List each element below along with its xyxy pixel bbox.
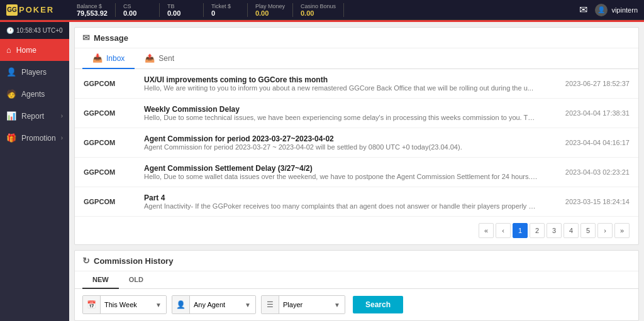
message-title: Message: [94, 33, 128, 43]
agent-filter-icon: 👤: [172, 296, 190, 313]
tab-sent[interactable]: 📤 Sent: [135, 48, 184, 69]
sidebar-label-agents: Agents: [21, 90, 45, 99]
message-list: GGPCOM UX/UI improvements coming to GGCo…: [75, 69, 638, 217]
msg-content: Agent Commission for period 2023-03-27~2…: [144, 134, 538, 151]
agent-arrow-icon: ▼: [240, 296, 255, 313]
msg-subject: Agent Commission Settlement Delay (3/27~…: [144, 164, 538, 173]
sidebar-label-report: Report: [21, 112, 44, 121]
page-next-next[interactable]: »: [614, 223, 630, 238]
sidebar-item-report[interactable]: 📊 Report ›: [0, 105, 69, 127]
message-tabs: 📥 Inbox 📤 Sent: [75, 48, 638, 69]
promotion-icon: 🎁: [6, 133, 16, 143]
report-arrow-icon: ›: [61, 112, 63, 119]
players-icon: 👤: [6, 67, 16, 77]
report-icon: 📊: [6, 111, 16, 121]
commission-title: Commission History: [94, 256, 173, 266]
page-3[interactable]: 3: [547, 223, 562, 238]
calendar-icon: 📅: [83, 296, 101, 313]
msg-subject: Weekly Commission Delay: [144, 105, 538, 114]
message-header: ✉ Message: [75, 28, 638, 48]
message-row[interactable]: GGPCOM Agent Commission Settlement Delay…: [75, 158, 638, 187]
inbox-icon: 📥: [92, 53, 103, 63]
msg-preview: Agent Commission for period 2023-03-27 ~…: [144, 143, 538, 151]
sidebar-label-promotion: Promotion: [21, 134, 56, 143]
msg-date: 2023-03-15 18:24:14: [548, 198, 630, 205]
msg-date: 2023-06-27 18:52:37: [548, 80, 630, 87]
msg-sender: GGPCOM: [84, 80, 134, 87]
commission-section: ↻ Commission History NEW OLD 📅 This Week…: [74, 250, 639, 321]
stat-ticket: Ticket $ 0: [204, 3, 248, 17]
commission-header: ↻ Commission History: [75, 251, 638, 271]
msg-subject: Agent Commission for period 2023-03-27~2…: [144, 134, 538, 143]
message-row[interactable]: GGPCOM UX/UI improvements coming to GGCo…: [75, 69, 638, 99]
agent-filter-group: 👤 Any Agent ▼: [172, 295, 256, 314]
msg-sender: GGPCOM: [84, 198, 134, 205]
message-section: ✉ Message 📥 Inbox 📤 Sent GGPCOM UX/UI im…: [74, 27, 639, 245]
content-area: ✉ Message 📥 Inbox 📤 Sent GGPCOM UX/UI im…: [69, 22, 644, 321]
refresh-icon: ↻: [82, 256, 90, 266]
promotion-arrow-icon: ›: [61, 134, 63, 141]
username: vipintern: [611, 6, 638, 14]
mail-icon[interactable]: ✉: [579, 4, 587, 16]
sidebar-item-promotion[interactable]: 🎁 Promotion ›: [0, 127, 69, 149]
page-5[interactable]: 5: [580, 223, 596, 238]
date-range-select[interactable]: This Week Last Week This Month Last Mont…: [101, 296, 151, 313]
stat-balance: Balance $ 79,553.92: [69, 3, 116, 17]
msg-date: 2023-04-04 17:38:31: [548, 109, 630, 117]
search-button[interactable]: Search: [353, 296, 403, 313]
sidebar: 🕐 10:58:43 UTC+0 ⌂ Home 👤 Players 🧑 Agen…: [0, 22, 69, 321]
sidebar-label-players: Players: [21, 68, 47, 77]
date-filter-group: 📅 This Week Last Week This Month Last Mo…: [82, 295, 167, 314]
clock-icon: 🕐: [6, 27, 14, 34]
msg-sender: GGPCOM: [84, 109, 134, 117]
msg-date: 2023-04-03 02:23:21: [548, 168, 630, 176]
stat-tb: TB 0.00: [160, 3, 204, 17]
sidebar-label-home: Home: [16, 46, 36, 55]
sent-icon: 📤: [145, 53, 155, 63]
commission-tab-old[interactable]: OLD: [119, 271, 153, 289]
tab-inbox[interactable]: 📥 Inbox: [82, 48, 135, 69]
home-icon: ⌂: [6, 45, 11, 55]
logo-text: POKER: [19, 5, 54, 14]
sidebar-item-agents[interactable]: 🧑 Agents: [0, 83, 69, 105]
message-row[interactable]: GGPCOM Part 4 Agent Inactivity- If the G…: [75, 187, 638, 217]
message-icon: ✉: [82, 33, 90, 43]
player-select[interactable]: Player: [279, 296, 330, 313]
msg-content: UX/UI improvements coming to GGCore this…: [144, 75, 538, 92]
page-2[interactable]: 2: [530, 223, 545, 238]
page-next[interactable]: ›: [597, 223, 613, 238]
date-arrow-icon: ▼: [151, 296, 166, 313]
message-row[interactable]: GGPCOM Weekly Commission Delay Hello, Du…: [75, 99, 638, 128]
msg-preview: Hello, Due to some technical issues, we …: [144, 114, 538, 121]
user-info[interactable]: 👤 vipintern: [595, 4, 638, 16]
msg-preview: Agent Inactivity- If the GGPoker receive…: [144, 202, 538, 210]
agent-select[interactable]: Any Agent: [190, 296, 240, 313]
stat-play-money: Play Money 0.00: [248, 3, 293, 17]
logo-icon: GG: [6, 4, 18, 16]
topbar-stats: Balance $ 79,553.92 CS 0.00 TB 0.00 Tick…: [69, 3, 579, 17]
msg-subject: Part 4: [144, 193, 538, 202]
stat-casino-bonus: Casino Bonus 0.00: [293, 3, 344, 17]
msg-preview: Hello, Due to some wallet data issues ov…: [144, 173, 538, 180]
stat-cs: CS 0.00: [116, 3, 160, 17]
msg-preview: Hello, We are writing to you to inform y…: [144, 84, 538, 92]
msg-sender: GGPCOM: [84, 168, 134, 176]
page-prev[interactable]: ‹: [496, 223, 511, 238]
filters-row: 📅 This Week Last Week This Month Last Mo…: [75, 289, 638, 320]
page-1[interactable]: 1: [513, 223, 528, 238]
sidebar-time: 🕐 10:58:43 UTC+0: [0, 22, 69, 39]
sidebar-item-home[interactable]: ⌂ Home: [0, 39, 69, 61]
commission-tab-new[interactable]: NEW: [82, 271, 119, 289]
message-row[interactable]: GGPCOM Agent Commission for period 2023-…: [75, 128, 638, 158]
commission-tabs: NEW OLD: [75, 271, 638, 289]
msg-sender: GGPCOM: [84, 139, 134, 146]
topbar-right: ✉ 👤 vipintern: [579, 4, 638, 16]
page-prev-prev[interactable]: «: [479, 223, 494, 238]
sidebar-item-players[interactable]: 👤 Players: [0, 61, 69, 83]
page-4[interactable]: 4: [564, 223, 579, 238]
pagination: « ‹ 1 2 3 4 5 › »: [75, 217, 638, 244]
avatar: 👤: [595, 4, 608, 16]
msg-subject: UX/UI improvements coming to GGCore this…: [144, 75, 538, 84]
agents-icon: 🧑: [6, 89, 16, 99]
msg-content: Weekly Commission Delay Hello, Due to so…: [144, 105, 538, 121]
